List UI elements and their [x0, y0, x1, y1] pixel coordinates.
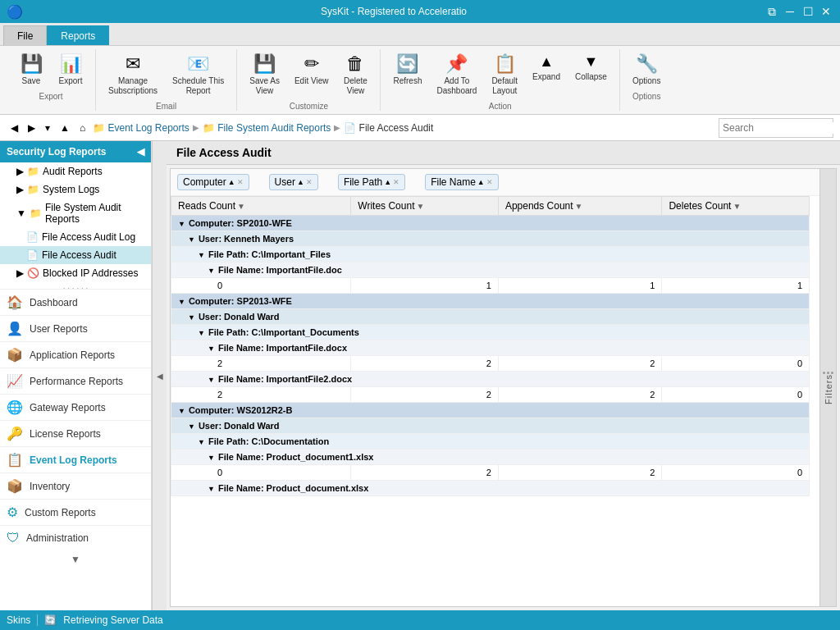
sidebar-item-file-access-audit[interactable]: 📄 File Access Audit: [0, 246, 151, 264]
table-row[interactable]: ▼Computer: SP2010-WFE: [171, 216, 810, 231]
breadcrumb-nav: ◀ ▶ ▾ ▲ ⌂: [7, 120, 89, 136]
col-header-writes[interactable]: Writes Count ▼: [351, 197, 499, 216]
filters-panel[interactable]: Filters: [819, 169, 836, 606]
table-row[interactable]: ▼User: Donald Ward: [171, 309, 810, 325]
filter-computer-label: Computer: [183, 176, 226, 188]
filter-file-name[interactable]: File Name ▲ ✕: [425, 174, 499, 190]
tab-reports[interactable]: Reports: [47, 25, 109, 45]
filter-computer-remove[interactable]: ✕: [237, 178, 244, 186]
collapse-handle-icon: ◀: [155, 372, 164, 381]
nav-dropdown-button[interactable]: ▾: [41, 120, 54, 136]
ribbon-group-options-label: Options: [632, 92, 660, 101]
table-row: 0 1 1 1: [171, 278, 810, 294]
blocked-ip-expand-icon: ▶: [16, 267, 24, 279]
collapse-button[interactable]: ▼ Collapse: [569, 49, 613, 86]
sidebar-nav-administration[interactable]: 🛡 Administration: [0, 525, 151, 550]
table-row[interactable]: ▼File Path: C:\Important_Files: [171, 247, 810, 262]
sidebar-item-system-logs[interactable]: ▶ 📁 System Logs: [0, 180, 151, 199]
filter-user[interactable]: User ▲ ✕: [269, 174, 318, 190]
sidebar-nav-license-reports[interactable]: 🔑 License Reports: [0, 420, 151, 446]
sidebar-nav-inventory[interactable]: 📦 Inventory: [0, 472, 151, 499]
sidebar-nav-event-log[interactable]: 📋 Event Log Reports: [0, 446, 151, 472]
file-system-expand-icon: ▼: [16, 208, 26, 219]
writes-filter-icon[interactable]: ▼: [416, 202, 424, 211]
row-expand-icon: ▼: [208, 376, 215, 384]
manage-subscriptions-button[interactable]: ✉ ManageSubscriptions: [103, 49, 163, 100]
window-controls: ⧉ ─ ☐ ✕: [765, 4, 833, 19]
skins-label[interactable]: Skins: [7, 614, 38, 626]
sidebar-item-blocked-ip[interactable]: ▶ 🚫 Blocked IP Addresses: [0, 264, 151, 282]
win-close-btn[interactable]: ✕: [819, 4, 833, 19]
filter-file-name-arrow: ▲: [477, 178, 485, 186]
sidebar-item-file-access-log[interactable]: 📄 File Access Audit Log: [0, 228, 151, 246]
filter-file-path[interactable]: File Path ▲ ✕: [338, 174, 405, 190]
sidebar-nav-gateway-reports[interactable]: 🌐 Gateway Reports: [0, 394, 151, 420]
win-maximize-btn[interactable]: ☐: [801, 4, 815, 19]
sidebar-nav-user-reports[interactable]: 👤 User Reports: [0, 315, 151, 341]
options-button[interactable]: 🔧 Options: [627, 49, 666, 90]
table-row[interactable]: ▼Computer: SP2013-WFE: [171, 294, 810, 309]
table-row[interactable]: ▼File Path: C:\Important_Documents: [171, 325, 810, 340]
table-row[interactable]: ▼Computer: WS2012R2-B: [171, 403, 810, 418]
search-input[interactable]: [723, 122, 840, 134]
sidebar-item-audit-reports[interactable]: ▶ 📁 Audit Reports: [0, 162, 151, 180]
table-row[interactable]: ▼File Name: ImportantFile.docx: [171, 340, 810, 356]
sidebar-nav-performance-reports[interactable]: 📈 Performance Reports: [0, 368, 151, 394]
deletes-filter-icon[interactable]: ▼: [733, 202, 741, 211]
sidebar-nav-application-reports[interactable]: 📦 Application Reports: [0, 341, 151, 368]
sidebar-collapse-btn[interactable]: ◀: [137, 146, 144, 158]
sidebar-right-collapse[interactable]: ◀: [152, 141, 167, 610]
add-to-dashboard-button[interactable]: 📌 Add ToDashboard: [431, 49, 482, 100]
sidebar-nav-dashboard[interactable]: 🏠 Dashboard: [0, 289, 151, 315]
row-expand-icon: ▼: [178, 298, 185, 306]
tab-file[interactable]: File: [3, 25, 47, 45]
table-row[interactable]: ▼File Name: Product_document1.xlsx: [171, 450, 810, 465]
save-as-view-button[interactable]: 💾 Save AsView: [244, 49, 285, 100]
schedule-report-button[interactable]: 📧 Schedule ThisReport: [167, 49, 230, 100]
col-header-deletes[interactable]: Deletes Count ▼: [662, 197, 810, 216]
col-header-appends[interactable]: Appends Count ▼: [498, 197, 662, 216]
filter-user-remove[interactable]: ✕: [306, 178, 313, 186]
file-access-log-icon: 📄: [26, 231, 39, 243]
sidebar-nav-custom-reports[interactable]: ⚙ Custom Reports: [0, 499, 151, 525]
data-table[interactable]: Reads Count ▼ Writes Count ▼: [171, 196, 836, 606]
win-restore-btn[interactable]: ⧉: [765, 4, 779, 19]
nav-back-button[interactable]: ◀: [7, 120, 22, 136]
nav-up-button[interactable]: ▲: [56, 120, 74, 136]
ribbon-group-action: 🔄 Refresh 📌 Add ToDashboard 📋 DefaultLay…: [381, 49, 619, 111]
sidebar-item-file-system-audit[interactable]: ▼ 📁 File System Audit Reports: [0, 199, 151, 228]
edit-view-button[interactable]: ✏ Edit View: [289, 49, 335, 90]
search-box[interactable]: 🔍: [719, 118, 833, 138]
reads-filter-icon[interactable]: ▼: [237, 202, 245, 211]
main-area: Security Log Reports ◀ ▶ 📁 Audit Reports…: [0, 141, 840, 610]
table-row[interactable]: ▼File Name: Product_document.xlsx: [171, 481, 810, 496]
sidebar-collapse-arrow[interactable]: ▼: [0, 550, 151, 568]
blocked-ip-icon: 🚫: [27, 267, 39, 279]
table-row[interactable]: ▼File Path: C:\Documentation: [171, 434, 810, 450]
bc-file-system[interactable]: 📁 File System Audit Reports: [203, 122, 331, 134]
delete-view-button[interactable]: 🗑 DeleteView: [337, 49, 373, 100]
table-row[interactable]: ▼User: Kenneth Mayers: [171, 231, 810, 247]
default-layout-button[interactable]: 📋 DefaultLayout: [486, 49, 523, 100]
table-row[interactable]: ▼File Name: ImportantFile.doc: [171, 262, 810, 278]
breadcrumb-bar: ◀ ▶ ▾ ▲ ⌂ 📁 Event Log Reports ▶ 📁 File S…: [0, 115, 840, 141]
filter-file-path-remove[interactable]: ✕: [393, 178, 399, 186]
col-header-reads[interactable]: Reads Count ▼: [171, 197, 351, 216]
export-button[interactable]: 📊 Export: [52, 49, 89, 90]
file-system-icon: 📁: [30, 208, 42, 219]
refresh-button[interactable]: 🔄 Refresh: [387, 49, 427, 90]
expand-button[interactable]: ▲ Expand: [527, 49, 566, 86]
nav-forward-button[interactable]: ▶: [24, 120, 39, 136]
appends-filter-icon[interactable]: ▼: [575, 202, 583, 211]
save-button[interactable]: 💾 Save: [13, 49, 49, 90]
win-minimize-btn[interactable]: ─: [783, 4, 797, 19]
nav-home-button[interactable]: ⌂: [75, 120, 89, 136]
filter-computer[interactable]: Computer ▲ ✕: [177, 174, 249, 190]
app-logo: 🔵: [7, 4, 23, 20]
table-row[interactable]: ▼File Name: ImportantFile2.docx: [171, 372, 810, 387]
row-expand-icon: ▼: [208, 454, 215, 462]
filter-file-name-remove[interactable]: ✕: [486, 178, 493, 186]
row-expand-icon: ▼: [208, 345, 215, 353]
table-row[interactable]: ▼User: Donald Ward: [171, 418, 810, 434]
bc-event-log[interactable]: 📁 Event Log Reports: [93, 122, 189, 134]
